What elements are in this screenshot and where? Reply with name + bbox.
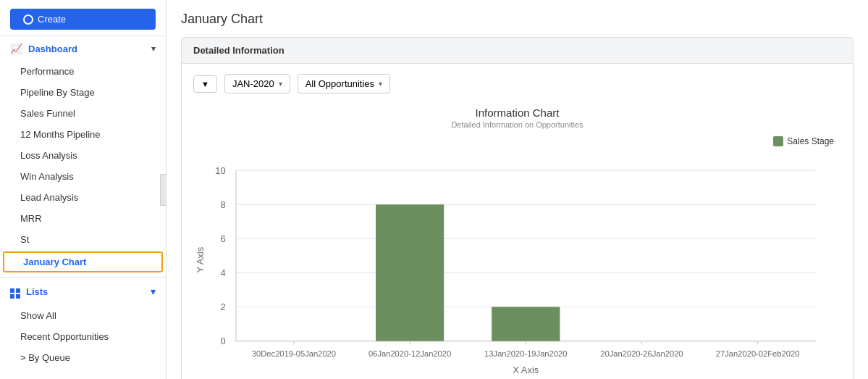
bar-chart: 0 2 4 6 8 10 <box>193 136 841 375</box>
legend-label: Sales Stage <box>787 136 834 146</box>
sidebar-item-st[interactable]: St <box>0 229 166 250</box>
create-button[interactable]: Create <box>10 9 156 30</box>
dashboard-section: 📈 Dashboard ▾ Performance Pipeline By St… <box>0 36 166 274</box>
date-dropdown[interactable]: JAN-2020 ▾ <box>224 74 290 93</box>
sidebar-item-sales-funnel[interactable]: Sales Funnel <box>0 103 166 124</box>
sidebar-item-show-all[interactable]: Show All <box>0 305 166 326</box>
filter-button[interactable]: ▼ <box>193 75 217 93</box>
filter-icon: ▼ <box>201 80 209 88</box>
svg-text:6: 6 <box>221 233 226 244</box>
chart-subtitle: Detailed Information on Opportunities <box>193 120 841 129</box>
chevron-down-icon: ▾ <box>279 80 282 88</box>
sidebar-item-performance[interactable]: Performance <box>0 61 166 82</box>
dashboard-nav-header[interactable]: 📈 Dashboard ▾ <box>0 36 166 61</box>
sidebar-item-loss-analysis[interactable]: Loss Analysis <box>0 145 166 166</box>
lists-label: Lists <box>26 286 48 297</box>
filters-row: ▼ JAN-2020 ▾ All Opportunities ▾ <box>193 74 841 93</box>
svg-text:8: 8 <box>221 199 226 210</box>
gear-circle-icon <box>23 14 33 25</box>
svg-text:20Jan2020-26Jan2020: 20Jan2020-26Jan2020 <box>600 349 683 358</box>
lists-section: Lists ▾ Show All Recent Opportunities > … <box>0 277 166 368</box>
sidebar-collapse-button[interactable]: ‹ <box>160 174 167 206</box>
svg-text:10: 10 <box>215 165 225 176</box>
sidebar-item-lead-analysis[interactable]: Lead Analysis <box>0 187 166 208</box>
chevron-down-icon: ▾ <box>151 44 156 54</box>
svg-text:4: 4 <box>221 267 226 278</box>
sidebar-item-pipeline-by-stage[interactable]: Pipeline By Stage <box>0 82 166 103</box>
svg-text:0: 0 <box>221 336 226 346</box>
grid-icon <box>10 284 20 299</box>
sidebar-item-win-analysis[interactable]: Win Analysis <box>0 166 166 187</box>
svg-text:27Jan2020-02Feb2020: 27Jan2020-02Feb2020 <box>716 349 800 358</box>
sidebar-item-by-queue[interactable]: > By Queue <box>0 347 166 368</box>
chart-legend: Sales Stage <box>773 136 834 146</box>
sidebar: Create 📈 Dashboard ▾ Performance Pipelin… <box>0 0 167 379</box>
chart-container: Information Chart Detailed Information o… <box>193 107 841 378</box>
chevron-down-icon: ▾ <box>379 80 382 88</box>
svg-text:30Dec2019-05Jan2020: 30Dec2019-05Jan2020 <box>252 349 336 358</box>
bar-3 <box>492 307 560 341</box>
legend-color-swatch <box>773 136 783 146</box>
svg-text:X Axis: X Axis <box>513 365 539 375</box>
sidebar-item-mrr[interactable]: MRR <box>0 208 166 229</box>
detailed-information-card: Detailed Information ▼ JAN-2020 ▾ All Op… <box>181 37 854 379</box>
lists-nav-header[interactable]: Lists ▾ <box>0 278 166 305</box>
dashboard-nav-items: Performance Pipeline By Stage Sales Funn… <box>0 61 166 272</box>
sidebar-item-12-months-pipeline[interactable]: 12 Months Pipeline <box>0 124 166 145</box>
dashboard-label: Dashboard <box>28 43 77 54</box>
opportunities-dropdown[interactable]: All Opportunities ▾ <box>298 74 390 93</box>
card-header: Detailed Information <box>182 38 853 64</box>
bar-2 <box>376 204 444 341</box>
svg-text:Y Axis: Y Axis <box>195 247 206 273</box>
svg-text:06Jan2020-12Jan2020: 06Jan2020-12Jan2020 <box>368 349 451 358</box>
sidebar-item-january-chart[interactable]: January Chart <box>3 251 163 272</box>
lists-chevron-icon: ▾ <box>151 286 156 297</box>
chart-title: Information Chart <box>193 107 841 119</box>
main-content: January Chart Detailed Information ▼ JAN… <box>167 0 868 379</box>
svg-text:2: 2 <box>221 301 226 312</box>
svg-text:13Jan2020-19Jan2020: 13Jan2020-19Jan2020 <box>484 349 567 358</box>
card-body: ▼ JAN-2020 ▾ All Opportunities ▾ Informa… <box>182 64 853 379</box>
sidebar-item-recent-opportunities[interactable]: Recent Opportunities <box>0 326 166 347</box>
chart-icon: 📈 <box>10 43 22 54</box>
page-title: January Chart <box>181 12 854 27</box>
